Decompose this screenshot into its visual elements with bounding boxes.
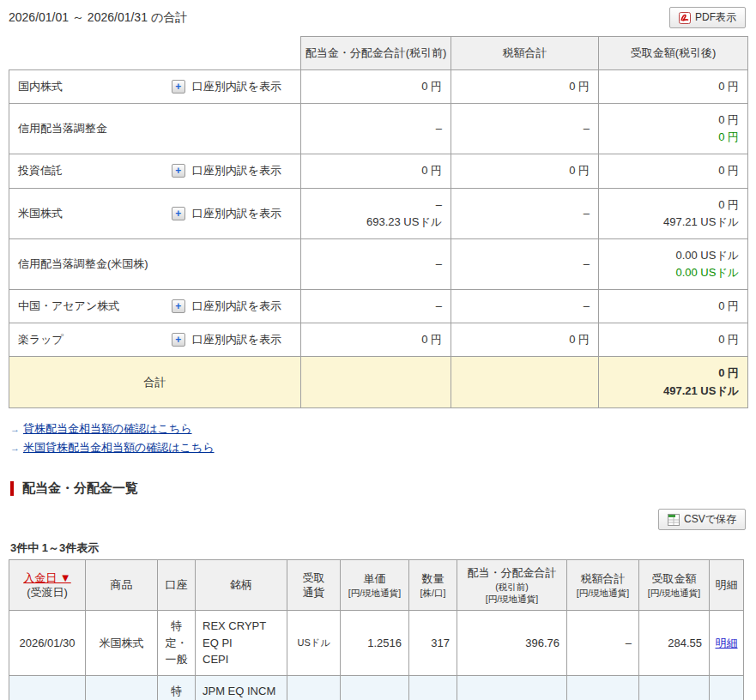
value-line: 0 円 xyxy=(460,78,590,95)
summary-row: 中国・アセアン株式+口座別内訳を表示––0 円 xyxy=(9,290,748,323)
detail-header-cell: 配当・分配金合計(税引前)[円/現地通貨] xyxy=(457,560,567,611)
summary-label-cell: 信用配当落調整金(米国株) xyxy=(9,238,301,289)
header-line: 通貨 xyxy=(289,585,338,600)
detail-header-cell: 受取通貨 xyxy=(287,560,341,611)
security-name-cell: JPM EQ INCM ETFJEPI xyxy=(196,675,287,700)
row-label: 投資信託 xyxy=(18,163,63,178)
value-line: 0.00 USドル xyxy=(608,247,739,264)
sort-by-deposit-date[interactable]: 入金日 ▼ xyxy=(23,571,70,584)
heading-accent-bar xyxy=(10,481,14,496)
summary-value-cell: 0 円 xyxy=(451,154,599,188)
expand-label: 口座別内訳を表示 xyxy=(192,79,281,94)
summary-header-tax: 税額合計 xyxy=(451,37,599,70)
expand-button[interactable]: + xyxy=(172,164,185,178)
summary-value-cell xyxy=(301,357,451,407)
summary-value-cell: 0 円0 円 xyxy=(599,104,748,154)
pdf-button[interactable]: PDF表示 xyxy=(669,7,746,28)
summary-header-blank xyxy=(9,37,301,70)
dividend-list-table: 入金日 ▼(受渡日)商品口座銘柄受取通貨単価[円/現地通貨]数量[株/口]配当・… xyxy=(9,559,744,700)
summary-header-received: 受取金額(税引後) xyxy=(599,37,748,70)
expand-button[interactable]: + xyxy=(172,333,185,347)
label-wrap: 国内株式+口座別内訳を表示 xyxy=(18,79,293,94)
summary-row: 国内株式+口座別内訳を表示0 円0 円0 円 xyxy=(9,70,748,104)
product-cell: 米国株式 xyxy=(86,611,158,676)
tax-total-cell: – xyxy=(567,611,639,676)
us-lending-dividend-link[interactable]: 米国貸株配当金相当額の確認はこちら xyxy=(23,441,215,454)
detail-header-cell: 数量[株/口] xyxy=(409,560,457,611)
summary-label-cell: 楽ラップ+口座別内訳を表示 xyxy=(9,323,301,357)
unit-price-cell: 1.2516 xyxy=(341,611,409,676)
header-line: 単価 xyxy=(342,571,407,587)
summary-value-cell: 0 円497.21 USドル xyxy=(599,357,748,407)
value-line: – xyxy=(460,298,590,315)
title-row: 2026/01/01 ～ 2026/01/31 の合計 PDF表示 xyxy=(9,7,747,33)
value-line: – xyxy=(310,120,442,137)
expand-button[interactable]: + xyxy=(172,299,185,313)
summary-value-cell: – xyxy=(451,188,599,238)
summary-header-row: 配当金・分配金合計(税引前) 税額合計 受取金額(税引後) xyxy=(9,37,748,70)
security-name-cell: REX CRYPT EQ PICEPI xyxy=(196,611,287,676)
summary-value-cell: –693.23 USドル xyxy=(301,188,451,238)
currency-cell: USドル xyxy=(287,675,341,700)
section-heading: 配当金・分配金一覧 xyxy=(10,480,747,497)
value-line: – xyxy=(310,256,442,273)
expand-controls: +口座別内訳を表示 xyxy=(172,206,281,221)
csv-save-button[interactable]: CSVで保存 xyxy=(658,509,746,530)
expand-button[interactable]: + xyxy=(172,207,185,220)
header-line: [円/現地通貨] xyxy=(641,587,707,599)
value-line: 0 円 xyxy=(460,162,590,179)
summary-label-cell: 中国・アセアン株式+口座別内訳を表示 xyxy=(9,290,301,323)
pdf-button-label: PDF表示 xyxy=(695,10,736,25)
result-count: 3件中 1～3件表示 xyxy=(10,540,747,556)
quantity-cell: 317 xyxy=(409,611,457,676)
value-line: – xyxy=(460,120,590,137)
confirmation-links: →貸株配当金相当額の確認はこちら →米国貸株配当金相当額の確認はこちら xyxy=(10,419,747,459)
header-line: 税額合計 xyxy=(569,571,637,587)
account-cell: 特定・一般 xyxy=(158,675,196,700)
security-name-line: REX CRYPT EQ PI xyxy=(203,618,281,651)
summary-row: 楽ラップ+口座別内訳を表示0 円0 円0 円 xyxy=(9,323,748,357)
header-line: 明細 xyxy=(711,577,741,593)
lending-dividend-link[interactable]: 貸株配当金相当額の確認はこちら xyxy=(23,422,192,435)
deposit-date-cell: 2026/01/30 xyxy=(9,611,86,676)
detail-link[interactable]: 明細 xyxy=(716,637,738,649)
value-line: 0 円 xyxy=(608,78,739,95)
value-line: – xyxy=(460,256,590,273)
csv-icon xyxy=(668,514,680,526)
detail-header-cell: 税額合計[円/現地通貨] xyxy=(567,560,639,611)
label-wrap: 米国株式+口座別内訳を表示 xyxy=(18,206,293,221)
summary-value-cell: 0 円 xyxy=(301,154,451,188)
summary-header-pretax: 配当金・分配金合計(税引前) xyxy=(301,37,451,70)
account-cell: 特定・一般 xyxy=(158,611,196,676)
summary-value-cell: 0 円 xyxy=(451,70,599,104)
expand-button[interactable]: + xyxy=(172,80,185,94)
value-line: – xyxy=(460,205,590,222)
header-line: 配当・分配金合計 xyxy=(459,565,565,581)
label-wrap: 投資信託+口座別内訳を表示 xyxy=(18,163,293,178)
page-title: 2026/01/01 ～ 2026/01/31 の合計 xyxy=(9,7,747,26)
summary-value-cell: – xyxy=(301,290,451,323)
row-label: 米国株式 xyxy=(18,206,63,221)
header-line: [円/現地通貨] xyxy=(342,587,407,599)
expand-label: 口座別内訳を表示 xyxy=(192,163,281,178)
row-label: 国内株式 xyxy=(18,79,63,94)
detail-header-row: 入金日 ▼(受渡日)商品口座銘柄受取通貨単価[円/現地通貨]数量[株/口]配当・… xyxy=(9,560,744,611)
value-line: 0 円 xyxy=(608,162,739,179)
value-line: 0 円 xyxy=(608,129,739,146)
summary-value-cell: 0 円 xyxy=(599,290,748,323)
detail-header-cell: 入金日 ▼(受渡日) xyxy=(9,560,86,611)
summary-value-cell: – xyxy=(301,238,451,289)
row-label: 信用配当落調整金(米国株) xyxy=(18,257,148,270)
csv-button-label: CSVで保存 xyxy=(684,512,736,527)
detail-header-cell: 商品 xyxy=(86,560,158,611)
expand-controls: +口座別内訳を表示 xyxy=(172,79,281,94)
header-line: 商品 xyxy=(88,577,155,593)
value-line: – xyxy=(310,196,442,214)
table-row: 2026/01/08米国株式特定・一般JPM EQ INCM ETFJEPIUS… xyxy=(9,675,744,700)
row-label: 中国・アセアン株式 xyxy=(18,299,119,314)
csv-row: CSVで保存 xyxy=(9,509,746,530)
detail-header-cell: 単価[円/現地通貨] xyxy=(341,560,409,611)
summary-label-cell: 信用配当落調整金 xyxy=(9,104,301,154)
dividend-total-cell: 142.65 xyxy=(457,675,567,700)
expand-label: 口座別内訳を表示 xyxy=(192,299,281,314)
